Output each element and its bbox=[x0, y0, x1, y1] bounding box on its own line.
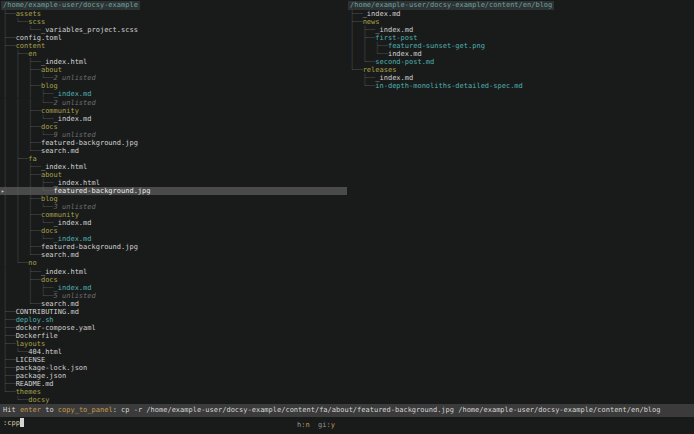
tree-line[interactable]: │ │ └──search.md bbox=[0, 147, 347, 155]
entry-name: no bbox=[28, 259, 36, 267]
entry-name: package-lock.json bbox=[16, 364, 88, 372]
entry-name: 3 unlisted bbox=[54, 203, 96, 211]
left-panel-root-line: /home/example-user/docsy-example bbox=[0, 1, 347, 10]
entry-name: assets bbox=[16, 10, 41, 18]
tree-branch: │ ├── bbox=[350, 26, 375, 34]
tree-branch: │ └── bbox=[3, 348, 28, 356]
entry-name: 9 unlisted bbox=[54, 131, 96, 139]
tree-line[interactable]: └──themes bbox=[0, 388, 347, 396]
entry-name: Dockerfile bbox=[16, 332, 58, 340]
tree-line[interactable]: ├──LICENSE bbox=[0, 356, 347, 364]
entry-name: docsy bbox=[28, 396, 49, 404]
entry-name: README.md bbox=[16, 380, 54, 388]
entry-name: community bbox=[41, 211, 79, 219]
tree-line[interactable]: │ ├──docs bbox=[0, 276, 347, 284]
tree-branch: ├── bbox=[3, 332, 16, 340]
tree-line[interactable]: │ ├──_index.md bbox=[347, 26, 694, 34]
tree-line[interactable]: │ │ ├──_index.md bbox=[0, 284, 347, 292]
tree-branch: ├── bbox=[350, 18, 363, 26]
entry-name: community bbox=[41, 107, 79, 115]
tree-branch: │ │ ├── bbox=[3, 171, 41, 179]
entry-name: _index.md bbox=[363, 10, 401, 18]
entry-name: docs bbox=[41, 276, 58, 284]
panels-container: /home/example-user/docsy-example ├──asse… bbox=[0, 0, 694, 404]
entry-name: config.toml bbox=[16, 34, 62, 42]
tree-line[interactable]: │ └──404.html bbox=[0, 348, 347, 356]
tree-line[interactable]: │ ├──fa bbox=[0, 155, 347, 163]
status-separator: : bbox=[113, 406, 117, 414]
tree-line[interactable]: ├──Dockerfile bbox=[0, 332, 347, 340]
tree-line[interactable]: │ │ │ └──2 unlisted bbox=[0, 99, 347, 107]
entry-name: themes bbox=[16, 388, 41, 396]
text-cursor-icon bbox=[20, 418, 24, 427]
entry-name: news bbox=[363, 18, 380, 26]
right-file-tree: ├──_index.md├──news│ ├──_index.md│ ├──fi… bbox=[347, 10, 694, 90]
tree-line[interactable]: ├──deploy.sh bbox=[0, 316, 347, 324]
tree-line[interactable]: └──docsy bbox=[0, 396, 347, 404]
tree-line[interactable]: ├──config.toml bbox=[0, 34, 347, 42]
tree-branch: ├── bbox=[3, 380, 16, 388]
tree-line[interactable]: ├──_index.md bbox=[347, 10, 694, 18]
entry-name: _variables_project.scss bbox=[41, 26, 138, 34]
tree-line[interactable]: │ │ └──search.md bbox=[0, 251, 347, 259]
entry-name: _index.html bbox=[54, 179, 100, 187]
entry-name: in-depth-monoliths-detailed-spec.md bbox=[375, 82, 523, 90]
tree-branch: │ │ ├── bbox=[3, 139, 41, 147]
tree-line[interactable]: ├──assets bbox=[0, 10, 347, 18]
tree-line[interactable]: ▸│ │ │ └──featured-background.jpg bbox=[0, 187, 347, 195]
entry-name: deploy.sh bbox=[16, 316, 54, 324]
tree-line[interactable]: │ └──no bbox=[0, 259, 347, 267]
tree-line[interactable]: ├──package-lock.json bbox=[0, 364, 347, 372]
tree-line[interactable]: │ │ ├──blog bbox=[0, 195, 347, 203]
left-panel-root-path[interactable]: /home/example-user/docsy-example bbox=[1, 1, 140, 10]
tree-line[interactable]: │ │ │ └──9 unlisted bbox=[0, 131, 347, 139]
entry-name: featured-background.jpg bbox=[54, 187, 151, 195]
entry-name: about bbox=[41, 171, 62, 179]
tree-line[interactable]: ├──README.md bbox=[0, 380, 347, 388]
tree-line[interactable]: └──in-depth-monoliths-detailed-spec.md bbox=[347, 82, 694, 90]
tree-branch: └── bbox=[3, 396, 28, 404]
tree-branch: │ │ ├── bbox=[3, 195, 41, 203]
right-panel-root-path[interactable]: /home/example-user/docsy-example/content… bbox=[348, 1, 554, 10]
tree-line[interactable]: ├──layouts bbox=[0, 340, 347, 348]
entry-name: layouts bbox=[16, 340, 46, 348]
tree-line[interactable]: │ │ ├──about bbox=[0, 171, 347, 179]
entry-name: featured-sunset-get.png bbox=[388, 42, 485, 50]
entry-name: blog bbox=[41, 195, 58, 203]
tree-line[interactable]: │ │ ├──docs bbox=[0, 123, 347, 131]
entry-name: _index.md bbox=[54, 284, 92, 292]
tree-line[interactable]: │ │ │ ├──_index.html bbox=[0, 179, 347, 187]
tree-line[interactable]: ├──package.json bbox=[0, 372, 347, 380]
tree-line[interactable]: │ └──_variables_project.scss bbox=[0, 26, 347, 34]
tree-line[interactable]: ├──docker-compose.yaml bbox=[0, 324, 347, 332]
command-input-row[interactable]: :cpph:n gi:y bbox=[0, 417, 694, 434]
tree-branch: │ │ │ └── bbox=[3, 187, 54, 195]
tree-line[interactable]: ├──news bbox=[347, 18, 694, 26]
tree-line[interactable]: │ │ │ └──3 unlisted bbox=[0, 203, 347, 211]
flag-value: n bbox=[305, 421, 309, 429]
tree-branch: ├── bbox=[3, 42, 16, 50]
tree-line[interactable]: │ └──search.md bbox=[0, 300, 347, 308]
tree-branch: │ │ └── bbox=[3, 292, 54, 300]
tree-line[interactable]: │ │ ├──_index.html bbox=[0, 163, 347, 171]
tree-line[interactable]: │ │ ├──community bbox=[0, 107, 347, 115]
tree-branch: ├── bbox=[3, 308, 16, 316]
tree-line[interactable]: ├──content bbox=[0, 42, 347, 50]
tree-line[interactable]: │ │ │ └──_index.md bbox=[0, 115, 347, 123]
tree-line[interactable]: │ └──second-post.md bbox=[347, 58, 694, 66]
entry-name: CONTRIBUTING.md bbox=[16, 308, 79, 316]
tree-line[interactable]: │ │ │ ├──_index.md bbox=[0, 90, 347, 98]
tree-line[interactable]: │ │ ├──community bbox=[0, 211, 347, 219]
tree-line[interactable]: │ └──scss bbox=[0, 18, 347, 26]
tree-line[interactable]: │ ├──first-post bbox=[347, 34, 694, 42]
tree-branch: │ └── bbox=[3, 26, 41, 34]
tree-branch: │ │ ├── bbox=[350, 42, 388, 50]
entry-name: 404.html bbox=[28, 348, 62, 356]
tree-branch: │ │ │ └── bbox=[3, 131, 54, 139]
command-input[interactable]: :cpp bbox=[3, 419, 20, 427]
tree-line[interactable]: ├──CONTRIBUTING.md bbox=[0, 308, 347, 316]
tree-line[interactable]: │ │ ├──featured-background.jpg bbox=[0, 139, 347, 147]
tree-line[interactable]: │ ├──_index.html bbox=[0, 268, 347, 276]
tree-line[interactable]: │ │ └──5 unlisted bbox=[0, 292, 347, 300]
tree-branch: │ │ │ └── bbox=[3, 115, 54, 123]
